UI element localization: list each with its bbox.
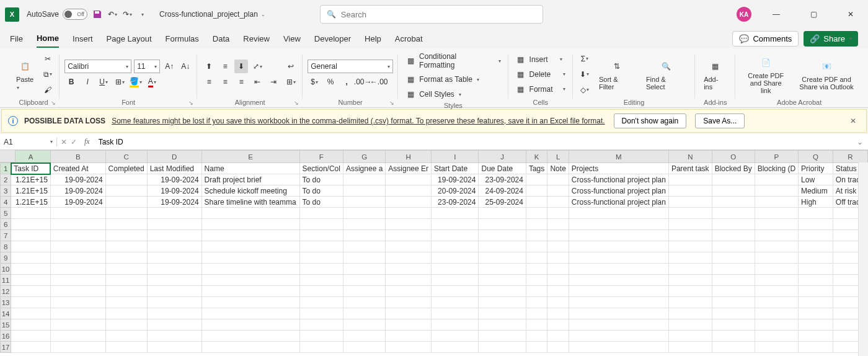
- cell-Q5[interactable]: [799, 208, 833, 219]
- cell-B8[interactable]: [50, 241, 105, 252]
- cell-E1[interactable]: Name: [202, 163, 299, 174]
- cell-B16[interactable]: [50, 331, 105, 342]
- col-header-J[interactable]: J: [479, 151, 526, 163]
- cell-D10[interactable]: [147, 264, 202, 275]
- cell-G6[interactable]: [343, 219, 385, 230]
- comments-button[interactable]: 💬Comments: [732, 31, 799, 47]
- cell-P9[interactable]: [755, 252, 798, 264]
- cell-D11[interactable]: [147, 275, 202, 286]
- cell-P6[interactable]: [755, 219, 798, 230]
- cell-Q11[interactable]: [799, 275, 833, 286]
- cell-M10[interactable]: [569, 264, 668, 275]
- cell-E2[interactable]: Draft project brief: [202, 174, 299, 185]
- cell-F15[interactable]: [299, 319, 343, 331]
- percent-format-icon[interactable]: %: [324, 75, 337, 89]
- cell-Q14[interactable]: [799, 308, 833, 319]
- cell-E15[interactable]: [202, 319, 299, 331]
- tab-data[interactable]: Data: [213, 30, 229, 47]
- increase-font-icon[interactable]: A↑: [162, 60, 176, 73]
- formula-input[interactable]: [94, 138, 852, 146]
- cell-M8[interactable]: [569, 241, 668, 252]
- cell-L5[interactable]: [547, 208, 569, 219]
- border-button[interactable]: ⊞▾: [113, 75, 126, 89]
- cell-G16[interactable]: [343, 331, 385, 342]
- cell-D13[interactable]: [147, 297, 202, 308]
- undo-icon[interactable]: ↶▾: [107, 9, 117, 19]
- cell-J14[interactable]: [479, 308, 526, 319]
- cell-G3[interactable]: [343, 185, 385, 197]
- number-launcher[interactable]: ↘: [389, 100, 397, 107]
- cell-K16[interactable]: [526, 331, 547, 342]
- cell-B7[interactable]: [50, 230, 105, 241]
- cell-J7[interactable]: [479, 230, 526, 241]
- wrap-text-button[interactable]: ↩: [284, 60, 298, 73]
- name-box[interactable]: A1▾: [0, 138, 57, 146]
- orientation-icon[interactable]: ⤢▾: [250, 60, 264, 73]
- cell-B10[interactable]: [50, 264, 105, 275]
- cell-H6[interactable]: [386, 219, 432, 230]
- decrease-indent-icon[interactable]: ⇤: [250, 75, 264, 89]
- cell-K1[interactable]: Tags: [526, 163, 547, 174]
- cell-B4[interactable]: 19-09-2024: [50, 197, 105, 208]
- cell-O3[interactable]: [712, 185, 755, 197]
- col-header-N[interactable]: N: [668, 151, 712, 163]
- autosum-icon[interactable]: Σ▾: [578, 52, 591, 66]
- cell-G4[interactable]: [343, 197, 385, 208]
- cell-P12[interactable]: [755, 286, 798, 297]
- cell-H1[interactable]: Assignee Er: [386, 163, 432, 174]
- cell-H17[interactable]: [386, 342, 432, 353]
- cell-Q2[interactable]: Low: [799, 174, 833, 185]
- cell-E3[interactable]: Schedule kickoff meeting: [202, 185, 299, 197]
- warning-msg[interactable]: Some features might be lost if you save …: [112, 117, 604, 125]
- close-button[interactable]: ✕: [838, 2, 863, 27]
- cell-F6[interactable]: [299, 219, 343, 230]
- bold-button[interactable]: B: [64, 75, 78, 89]
- cell-A12[interactable]: [11, 286, 51, 297]
- cell-D5[interactable]: [147, 208, 202, 219]
- close-warning-icon[interactable]: ✕: [846, 117, 860, 125]
- cell-P2[interactable]: [755, 174, 798, 185]
- cell-F13[interactable]: [299, 297, 343, 308]
- cell-G5[interactable]: [343, 208, 385, 219]
- expand-formula-bar-icon[interactable]: ⌄: [852, 138, 868, 146]
- cell-L17[interactable]: [547, 342, 569, 353]
- fx-icon[interactable]: fx: [81, 137, 94, 146]
- cell-L8[interactable]: [547, 241, 569, 252]
- cell-H4[interactable]: [386, 197, 432, 208]
- cell-M13[interactable]: [569, 297, 668, 308]
- row-header-12[interactable]: 12: [1, 286, 11, 297]
- cell-C6[interactable]: [105, 219, 147, 230]
- number-format-combo[interactable]: General▾: [308, 60, 393, 73]
- cell-L11[interactable]: [547, 275, 569, 286]
- cell-Q17[interactable]: [799, 342, 833, 353]
- cell-I15[interactable]: [432, 319, 479, 331]
- tab-insert[interactable]: Insert: [73, 30, 93, 47]
- cell-O14[interactable]: [712, 308, 755, 319]
- cell-O8[interactable]: [712, 241, 755, 252]
- cell-O9[interactable]: [712, 252, 755, 264]
- cell-C15[interactable]: [105, 319, 147, 331]
- cell-C8[interactable]: [105, 241, 147, 252]
- cell-F2[interactable]: To do: [299, 174, 343, 185]
- cell-A17[interactable]: [11, 342, 51, 353]
- search-input[interactable]: [341, 10, 536, 19]
- vertical-scrollbar[interactable]: [858, 162, 868, 356]
- increase-decimal-icon[interactable]: .00→: [356, 75, 370, 89]
- cell-H7[interactable]: [386, 230, 432, 241]
- cell-K13[interactable]: [526, 297, 547, 308]
- avatar[interactable]: KA: [737, 7, 751, 22]
- cell-D7[interactable]: [147, 230, 202, 241]
- tab-acrobat[interactable]: Acrobat: [395, 30, 423, 47]
- cell-B1[interactable]: Created At: [50, 163, 105, 174]
- select-all-corner[interactable]: [0, 150, 16, 162]
- cell-D14[interactable]: [147, 308, 202, 319]
- cell-M17[interactable]: [569, 342, 668, 353]
- format-painter-icon[interactable]: 🖌: [41, 83, 55, 97]
- cell-E13[interactable]: [202, 297, 299, 308]
- cell-J5[interactable]: [479, 208, 526, 219]
- cell-P8[interactable]: [755, 241, 798, 252]
- row-header-17[interactable]: 17: [1, 342, 11, 353]
- tab-developer[interactable]: Developer: [314, 30, 351, 47]
- cell-M7[interactable]: [569, 230, 668, 241]
- conditional-formatting-button[interactable]: ▦Conditional Formatting▾: [403, 51, 503, 71]
